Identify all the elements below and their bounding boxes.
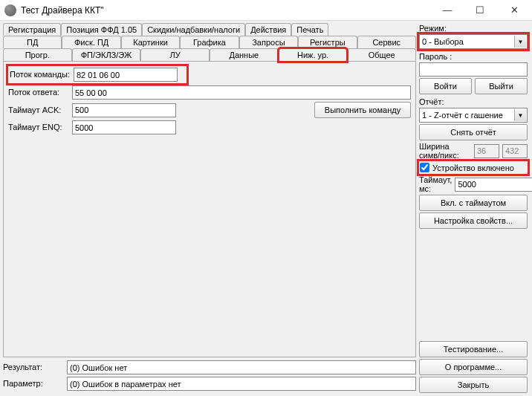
tab-registration[interactable]: Регистрация	[3, 23, 61, 36]
ack-timeout-label: Таймаут ACK:	[8, 106, 72, 114]
bottom-panel: Результат: Параметр:	[3, 360, 416, 393]
tab-position-ffd[interactable]: Позиция ФФД 1.05	[61, 23, 142, 36]
enq-timeout-input[interactable]	[72, 120, 176, 134]
enq-timeout-label: Таймаут ENQ:	[8, 123, 72, 132]
tab-pd[interactable]: ПД	[3, 36, 62, 48]
close-window-button[interactable]: ✕	[496, 0, 532, 21]
execute-command-button[interactable]: Выполнить команду	[314, 102, 411, 118]
tab-queries[interactable]: Запросы	[239, 36, 298, 48]
minimize-button[interactable]: —	[431, 0, 464, 21]
window-title: Тест Драйвера ККТ"	[21, 5, 431, 16]
chevron-down-icon[interactable]	[514, 109, 526, 121]
enable-with-timeout-button[interactable]: Вкл. с таймаутом	[419, 195, 528, 211]
login-button[interactable]: Войти	[419, 78, 472, 94]
width-label: Ширина симв/пикс:	[419, 142, 471, 160]
tab-registers[interactable]: Регистры	[298, 36, 357, 48]
device-on-checkbox[interactable]	[420, 163, 429, 172]
cmd-stream-input[interactable]	[74, 68, 178, 82]
device-on-checkbox-row[interactable]: Устройство включено	[419, 161, 528, 174]
param-field	[67, 377, 416, 391]
app-icon	[4, 4, 16, 16]
timeout-input[interactable]	[455, 178, 532, 192]
mode-select-value: 0 - Выбора	[422, 37, 464, 46]
tab-discounts[interactable]: Скидки/надбавки/налоги	[142, 23, 245, 36]
tab-common[interactable]: Общее	[347, 48, 416, 62]
main-panel: Поток команды: Поток ответа: Таймаут ACK…	[3, 61, 416, 357]
ack-timeout-input[interactable]	[72, 103, 176, 117]
width-px-input	[502, 144, 528, 158]
report-select[interactable]: 1 - Z-отчёт с гашение	[419, 108, 528, 123]
tab-graphics[interactable]: Графика	[180, 36, 239, 48]
close-button[interactable]: Закрыть	[419, 377, 528, 393]
tab-row-2: ПД Фиск. ПД Картинки Графика Запросы Рег…	[3, 35, 416, 48]
tab-print[interactable]: Печать	[291, 23, 328, 36]
tab-row-1: Регистрация Позиция ФФД 1.05 Скидки/надб…	[3, 22, 416, 35]
logout-button[interactable]: Выйти	[475, 78, 528, 94]
tab-pictures[interactable]: Картинки	[121, 36, 180, 48]
take-report-button[interactable]: Снять отчёт	[419, 124, 528, 140]
tab-actions[interactable]: Действия	[245, 23, 291, 36]
properties-button[interactable]: Настройка свойств...	[419, 212, 528, 229]
tab-low-level[interactable]: Ниж. ур.	[279, 48, 348, 62]
testing-button[interactable]: Тестирование...	[419, 341, 528, 357]
param-label: Параметр:	[3, 379, 67, 388]
ans-stream-input[interactable]	[72, 85, 411, 100]
mode-label: Режим:	[419, 24, 528, 33]
ans-stream-label: Поток ответа:	[8, 88, 72, 97]
timeout-label: Таймаут, мс:	[419, 175, 452, 193]
device-on-label: Устройство включено	[432, 163, 514, 172]
tab-fp-eklz[interactable]: ФП/ЭКЛЗ/ЭЖ	[72, 48, 141, 62]
password-label: Пароль :	[419, 52, 528, 61]
titlebar: Тест Драйвера ККТ" — ☐ ✕	[0, 0, 532, 21]
report-select-value: 1 - Z-отчёт с гашение	[422, 111, 503, 120]
tab-data[interactable]: Данные	[210, 48, 279, 62]
maximize-button[interactable]: ☐	[464, 0, 496, 21]
cmd-stream-label: Поток команды:	[10, 70, 74, 79]
mode-select[interactable]: 0 - Выбора	[419, 34, 528, 49]
report-label: Отчёт:	[419, 97, 528, 106]
about-button[interactable]: О программе...	[419, 359, 528, 375]
password-input[interactable]	[419, 62, 528, 77]
width-chars-input	[474, 144, 499, 158]
chevron-down-icon[interactable]	[514, 36, 526, 48]
result-label: Результат:	[3, 363, 67, 371]
result-field	[67, 360, 416, 374]
tab-fisk-pd[interactable]: Фиск. ПД	[62, 36, 120, 48]
tab-row-3: Прогр. ФП/ЭКЛЗ/ЭЖ ЛУ Данные Ниж. ур. Общ…	[3, 48, 416, 61]
tab-lu[interactable]: ЛУ	[140, 48, 210, 62]
tab-progr[interactable]: Прогр.	[3, 48, 72, 62]
tab-service[interactable]: Сервис	[357, 36, 416, 48]
